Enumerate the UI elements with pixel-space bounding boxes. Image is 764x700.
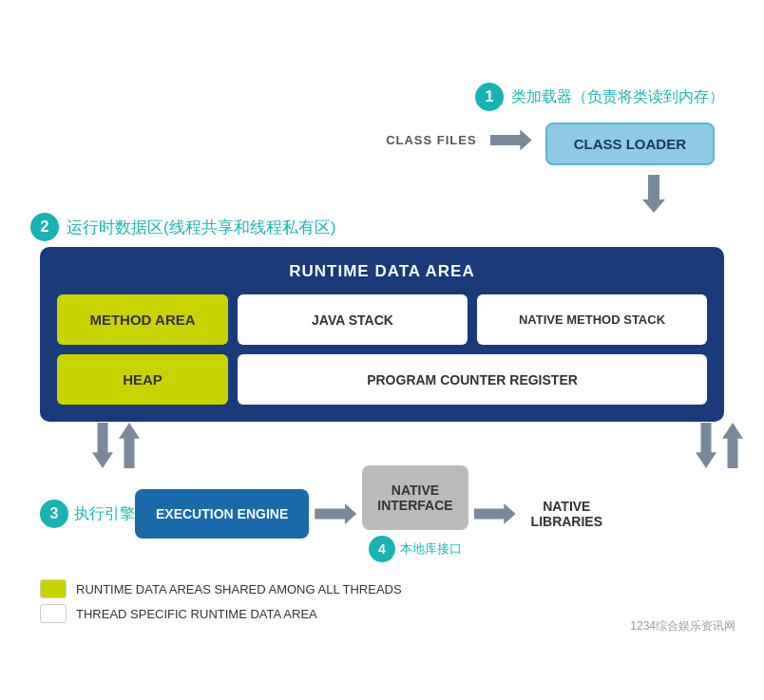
step2-badge: 2 [30, 213, 59, 241]
class-files-label: CLASS FILES [386, 133, 477, 147]
legend-label-thread: THREAD SPECIFIC RUNTIME DATA AREA [76, 607, 317, 621]
heap-cell: HEAP [57, 354, 228, 405]
legend-color-shared [40, 579, 67, 598]
left-down-arrow [92, 423, 113, 468]
engine-to-interface-arrow [309, 503, 362, 524]
legend: RUNTIME DATA AREAS SHARED AMONG ALL THRE… [40, 579, 724, 623]
step1-label: 类加载器（负责将类读到内存） [511, 87, 724, 107]
step1-badge: 1 [475, 83, 504, 111]
method-area-cell: METHOD AREA [57, 294, 228, 345]
class-loader-box: CLASS LOADER [545, 123, 715, 165]
native-interface-box: NATIVE INTERFACE [362, 465, 468, 530]
legend-item-shared: RUNTIME DATA AREAS SHARED AMONG ALL THRE… [40, 579, 724, 598]
execution-engine-box: EXECUTION ENGINE [135, 489, 309, 539]
step3-badge: 3 [40, 500, 68, 528]
runtime-title: RUNTIME DATA AREA [57, 262, 707, 281]
native-method-stack-cell: NATIVE METHOD STACK [477, 294, 707, 345]
step2-label: 运行时数据区(线程共享和线程私有区) [67, 217, 335, 238]
program-counter-cell: PROGRAM COUNTER REGISTER [238, 354, 707, 405]
watermark: 1234综合娱乐资讯网 [630, 618, 735, 634]
step4-badge: 4 [369, 536, 395, 562]
step2-section: 2 运行时数据区(线程共享和线程私有区) [30, 213, 715, 241]
interface-to-libraries-arrow [468, 503, 522, 524]
java-stack-cell: JAVA STACK [238, 294, 468, 345]
legend-label-shared: RUNTIME DATA AREAS SHARED AMONG ALL THRE… [76, 582, 402, 596]
native-libraries-box: NATIVE LIBRARIES [522, 489, 612, 539]
legend-item-thread: THREAD SPECIFIC RUNTIME DATA AREA [40, 604, 724, 623]
right-up-arrow [722, 423, 743, 468]
runtime-data-area: RUNTIME DATA AREA METHOD AREA JAVA STACK… [40, 247, 724, 422]
left-up-arrow [119, 423, 140, 468]
class-loader-down-arrow [642, 175, 665, 213]
right-down-arrow [696, 423, 716, 468]
class-files-arrow [485, 130, 538, 151]
step4-label: 本地库接口 [400, 540, 462, 558]
legend-color-thread [40, 604, 67, 623]
mid-arrows-row [40, 422, 724, 469]
step3-label: 执行引擎 [74, 504, 135, 524]
